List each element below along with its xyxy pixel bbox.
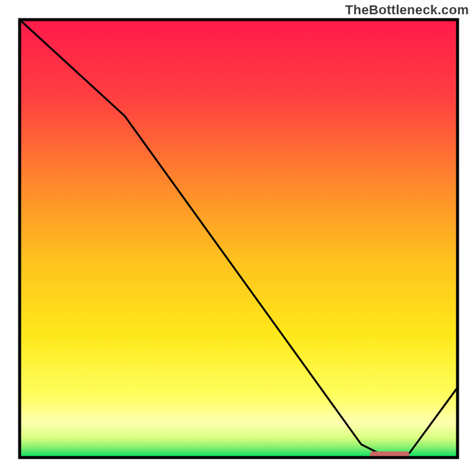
- heatmap-background: [20, 20, 458, 458]
- watermark-text: TheBottleneck.com: [345, 2, 469, 18]
- chart-container: TheBottleneck.com: [0, 0, 476, 476]
- bottleneck-chart: [0, 0, 476, 476]
